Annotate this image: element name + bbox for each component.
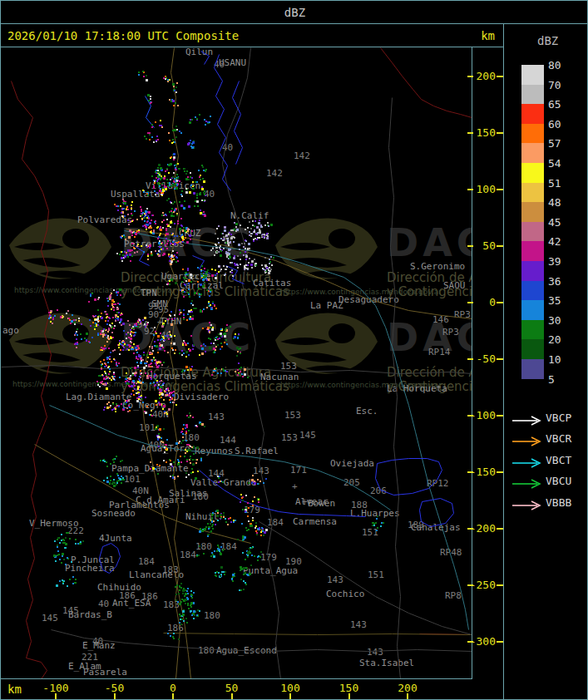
y-tick-label: 0	[489, 296, 496, 308]
vector-arrow-vbcp	[511, 413, 544, 429]
x-tick-label: -50	[105, 682, 124, 694]
y-tick-label: -300	[470, 635, 496, 648]
y-tick-mark-right	[497, 245, 503, 247]
y-tick-label: 50	[482, 239, 496, 252]
color-swatch	[521, 183, 544, 203]
scale-tick-label: 36	[548, 275, 561, 288]
scale-tick-label: 51	[548, 177, 561, 190]
radar-app-window: dBZ 2026/01/10 17:18:00 UTC Composite km…	[0, 0, 588, 700]
arrow-icon	[511, 436, 544, 446]
scale-tick-label: 45	[548, 216, 561, 229]
color-swatch	[521, 85, 544, 105]
y-axis-unit-label: km	[481, 29, 495, 42]
scale-tick-label: 60	[548, 118, 561, 131]
color-swatch	[521, 281, 544, 301]
color-swatch	[521, 163, 544, 183]
x-tick-mark	[55, 693, 57, 700]
color-swatch	[521, 65, 544, 85]
x-tick-mark	[407, 693, 408, 700]
radar-echo-canvas	[1, 47, 472, 678]
color-swatch	[521, 359, 544, 379]
scale-tick-label: 10	[548, 353, 561, 366]
color-swatch	[521, 320, 544, 340]
x-tick-label: 100	[280, 682, 299, 694]
y-tick-mark-right	[497, 641, 503, 643]
y-tick-mark-right	[497, 584, 503, 586]
x-tick-label: -100	[42, 682, 68, 694]
timestamp-bar: 2026/01/10 17:18:00 UTC Composite km	[1, 24, 503, 47]
y-tick-mark-right	[497, 358, 503, 360]
window-title: dBZ	[1, 6, 588, 19]
scale-tick-label: 48	[548, 196, 561, 209]
arrow-icon	[511, 500, 544, 510]
vector-arrow-vbbb	[511, 498, 544, 514]
x-tick-mark	[289, 693, 291, 700]
color-swatch	[521, 222, 544, 242]
scale-tick-label: 80	[548, 59, 561, 71]
y-tick-mark-right	[497, 302, 503, 303]
x-tick-mark	[348, 693, 350, 700]
scale-tick-label: 70	[548, 79, 561, 91]
scale-tick-label: 65	[548, 98, 561, 111]
y-tick-label: -150	[470, 466, 496, 478]
arrow-icon	[511, 479, 544, 489]
x-tick-mark	[114, 693, 116, 700]
y-tick-mark-right	[497, 76, 503, 77]
legend-panel: dBZ 807065605754514845423936353020105 VB…	[503, 24, 588, 700]
scale-tick-label: 54	[548, 157, 561, 170]
y-tick-mark-right	[497, 528, 503, 530]
y-tick-label: -250	[470, 579, 496, 591]
y-tick-mark-right	[497, 189, 503, 190]
timestamp-label: 2026/01/10 17:18:00 UTC Composite	[7, 29, 239, 42]
y-tick-label: 150	[477, 126, 496, 139]
vector-arrow-vbcu	[511, 476, 544, 492]
arrow-icon	[511, 458, 544, 468]
x-tick-label: 200	[398, 682, 417, 694]
vector-arrow-vbct	[511, 456, 544, 471]
arrow-icon	[511, 416, 544, 426]
color-scale-title: dBZ	[537, 34, 558, 47]
vector-label: VBCP	[546, 412, 571, 424]
vector-label: VBCR	[546, 432, 571, 445]
y-tick-label: 100	[477, 183, 496, 195]
y-tick-mark-right	[497, 471, 503, 473]
color-swatch	[521, 339, 544, 359]
vector-arrow-vbcr	[511, 434, 544, 450]
x-tick-label: 150	[339, 682, 358, 694]
y-tick-label: 200	[477, 70, 496, 82]
color-swatch	[521, 143, 544, 163]
vector-label: VBBB	[546, 496, 571, 509]
scale-tick-label: 42	[548, 235, 561, 248]
y-tick-mark-right	[497, 415, 503, 417]
radar-map: DACCDirección de Agriculturay Contingenc…	[1, 47, 472, 679]
vector-label: VBCT	[546, 454, 571, 466]
x-tick-label: 50	[225, 682, 239, 694]
scale-tick-label: 39	[548, 255, 561, 268]
scale-tick-label: 20	[548, 333, 561, 346]
color-swatch	[521, 261, 544, 281]
x-axis-unit-label: km	[7, 683, 22, 696]
y-tick-label: -100	[470, 409, 496, 421]
scale-tick-label: 30	[548, 314, 561, 327]
title-bar: dBZ	[1, 1, 588, 24]
scale-tick-label: 35	[548, 294, 561, 307]
color-swatch	[521, 124, 544, 144]
color-swatch	[521, 202, 544, 222]
y-tick-label: -200	[470, 522, 496, 535]
y-tick-label: -50	[477, 352, 496, 365]
x-axis: km -100-50050100150200	[1, 679, 503, 700]
vector-label: VBCU	[546, 475, 571, 487]
x-tick-label: 0	[170, 682, 176, 694]
color-swatch	[521, 104, 544, 124]
x-tick-mark	[231, 693, 233, 700]
color-swatch	[521, 241, 544, 261]
color-swatch	[521, 300, 544, 320]
y-axis: 200150100500-50-100-150-200-250-300	[472, 47, 503, 678]
scale-tick-label: 57	[548, 137, 561, 150]
scale-tick-label: 5	[548, 373, 555, 386]
y-tick-mark-right	[497, 132, 503, 134]
x-tick-mark	[172, 693, 174, 700]
